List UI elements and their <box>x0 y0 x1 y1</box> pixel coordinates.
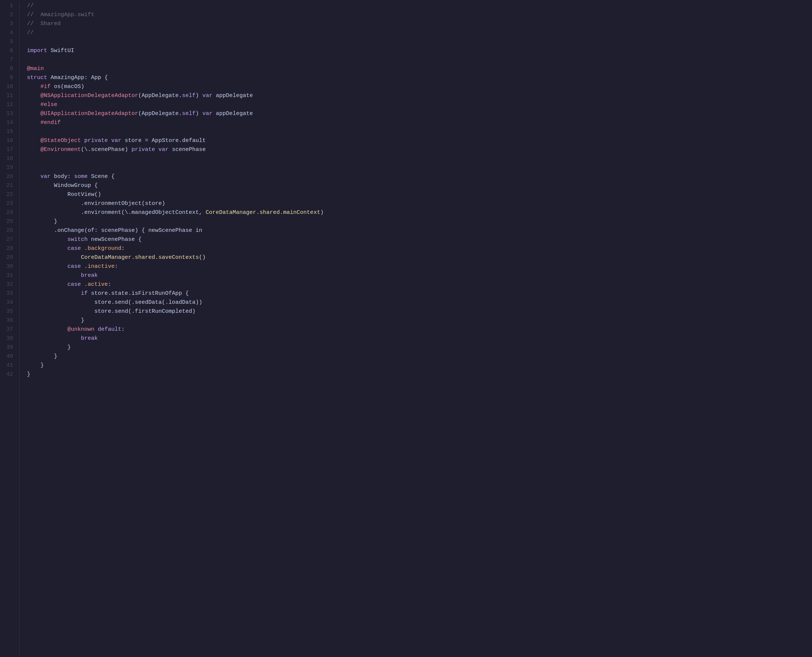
code-line <box>27 163 812 172</box>
line-number: 24 <box>3 208 13 217</box>
line-number: 8 <box>3 64 13 73</box>
line-number: 20 <box>3 172 13 181</box>
code-line: // <box>27 28 812 37</box>
code-line: struct AmazingApp: App { <box>27 73 812 83</box>
line-number: 37 <box>3 325 13 334</box>
code-line: .environment(\.managedObjectContext, Cor… <box>27 208 812 217</box>
line-number: 12 <box>3 100 13 109</box>
line-number: 28 <box>3 244 13 253</box>
code-editor: 1234567891011121314151617181920212223242… <box>0 0 812 657</box>
line-number: 35 <box>3 307 13 316</box>
code-line: @UIApplicationDelegateAdaptor(AppDelegat… <box>27 109 812 118</box>
code-line: case .active: <box>27 280 812 289</box>
line-number: 2 <box>3 11 13 19</box>
line-number: 5 <box>3 37 13 47</box>
code-line: @NSApplicationDelegateAdaptor(AppDelegat… <box>27 91 812 100</box>
code-line: } <box>27 343 812 352</box>
line-number: 32 <box>3 280 13 289</box>
line-number: 39 <box>3 343 13 352</box>
line-number: 9 <box>3 73 13 83</box>
code-line: } <box>27 352 812 361</box>
line-number: 33 <box>3 289 13 298</box>
code-line: @StateObject private var store = AppStor… <box>27 136 812 145</box>
line-number: 13 <box>3 109 13 118</box>
line-number: 42 <box>3 370 13 379</box>
line-number: 29 <box>3 253 13 262</box>
code-line: #endif <box>27 118 812 128</box>
line-number: 41 <box>3 361 13 370</box>
line-number: 17 <box>3 145 13 154</box>
line-number: 34 <box>3 298 13 307</box>
line-number: 25 <box>3 217 13 226</box>
line-number: 30 <box>3 262 13 271</box>
line-numbers: 1234567891011121314151617181920212223242… <box>0 2 19 655</box>
code-line: case .inactive: <box>27 262 812 271</box>
line-number: 16 <box>3 136 13 145</box>
line-number: 31 <box>3 271 13 280</box>
line-number: 23 <box>3 199 13 208</box>
code-line: } <box>27 217 812 226</box>
line-number: 15 <box>3 128 13 136</box>
code-line: case .background: <box>27 244 812 253</box>
code-line: store.send(.seedData(.loadData)) <box>27 298 812 307</box>
line-number: 38 <box>3 334 13 343</box>
line-number: 1 <box>3 2 13 11</box>
line-number: 18 <box>3 154 13 163</box>
line-number: 36 <box>3 316 13 325</box>
code-line: var body: some Scene { <box>27 172 812 181</box>
code-line: .onChange(of: scenePhase) { newScenePhas… <box>27 226 812 235</box>
code-line: WindowGroup { <box>27 181 812 190</box>
line-number: 14 <box>3 118 13 128</box>
code-line: CoreDataManager.shared.saveContexts() <box>27 253 812 262</box>
line-number: 26 <box>3 226 13 235</box>
code-line: @main <box>27 64 812 73</box>
code-line: break <box>27 271 812 280</box>
line-number: 6 <box>3 47 13 55</box>
code-line <box>27 154 812 163</box>
line-number: 4 <box>3 28 13 37</box>
code-line <box>27 37 812 47</box>
code-line <box>27 128 812 136</box>
line-number: 27 <box>3 235 13 244</box>
code-line: RootView() <box>27 190 812 199</box>
line-number: 7 <box>3 55 13 64</box>
code-line: // AmazingApp.swift <box>27 11 812 19</box>
line-number: 21 <box>3 181 13 190</box>
line-number: 11 <box>3 91 13 100</box>
code-line: #if os(macOS) <box>27 83 812 91</box>
line-number: 10 <box>3 83 13 91</box>
code-line: if store.state.isFirstRunOfApp { <box>27 289 812 298</box>
code-line: } <box>27 370 812 379</box>
code-line: @Environment(\.scenePhase) private var s… <box>27 145 812 154</box>
code-line: store.send(.firstRunCompleted) <box>27 307 812 316</box>
code-line: @unknown default: <box>27 325 812 334</box>
code-line: // Shared <box>27 19 812 28</box>
code-line: .environmentObject(store) <box>27 199 812 208</box>
line-number: 40 <box>3 352 13 361</box>
line-number: 19 <box>3 163 13 172</box>
code-line: } <box>27 316 812 325</box>
code-line: import SwiftUI <box>27 47 812 55</box>
code-line: break <box>27 334 812 343</box>
code-line: // <box>27 2 812 11</box>
code-line <box>27 55 812 64</box>
code-line: } <box>27 361 812 370</box>
code-content[interactable]: //// AmazingApp.swift// Shared// import … <box>19 2 812 655</box>
line-number: 22 <box>3 190 13 199</box>
line-number: 3 <box>3 19 13 28</box>
code-line: #else <box>27 100 812 109</box>
code-line: switch newScenePhase { <box>27 235 812 244</box>
